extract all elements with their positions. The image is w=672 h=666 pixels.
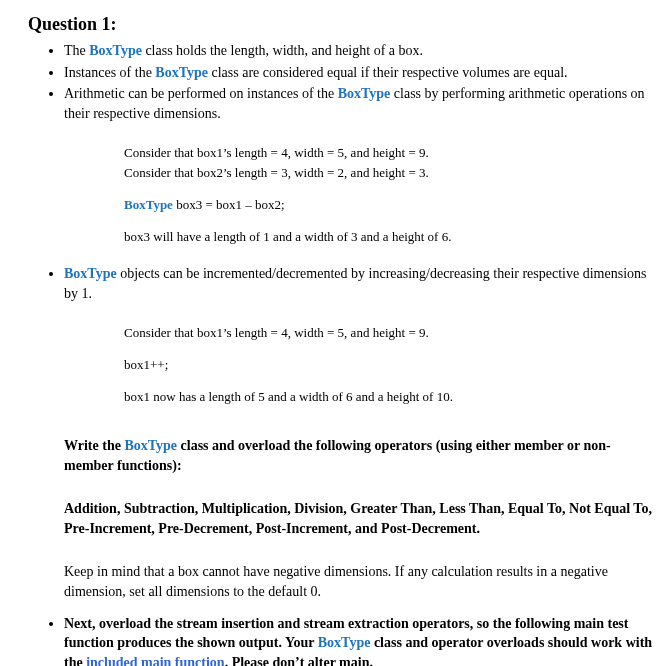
text: box3 = box1 – box2; [173,197,285,212]
question-title: Question 1: [28,12,654,37]
bullet-item: Next, overload the stream insertion and … [64,614,654,666]
boxtype-keyword: BoxType [155,65,208,80]
code-line: Consider that box2’s length = 3, width =… [124,164,654,182]
boxtype-keyword: BoxType [338,86,391,101]
code-line: box3 will have a length of 1 and a width… [124,228,654,246]
text: class are considered equal if their resp… [208,65,568,80]
bullet-item: BoxType objects can be incremented/decre… [64,264,654,611]
boxtype-keyword: BoxType [89,43,142,58]
text: class holds the length, width, and heigh… [142,43,423,58]
bullet-list: The BoxType class holds the length, widt… [64,41,654,666]
bullet-item: Arithmetic can be performed on instances… [64,84,654,262]
code-line: Consider that box1’s length = 4, width =… [124,144,654,162]
operators-paragraph: Addition, Subtraction, Multiplication, D… [64,499,654,538]
boxtype-keyword: BoxType [318,635,371,650]
text: Write the [64,438,124,453]
boxtype-keyword: BoxType [64,266,117,281]
write-paragraph: Write the BoxType class and overload the… [64,436,654,475]
bullet-item: Instances of the BoxType class are consi… [64,63,654,83]
code-line: BoxType box3 = box1 – box2; [124,196,654,214]
text: The [64,43,89,58]
text: Arithmetic can be performed on instances… [64,86,338,101]
text: Instances of the [64,65,155,80]
keepmind-paragraph: Keep in mind that a box cannot have nega… [64,562,654,601]
included-main-link[interactable]: included main function [86,655,224,666]
code-line: box1 now has a length of 5 and a width o… [124,388,654,406]
document-page: Question 1: The BoxType class holds the … [0,0,672,666]
boxtype-keyword: BoxType [124,438,177,453]
code-example-2: Consider that box1’s length = 4, width =… [124,324,654,407]
code-example-1: Consider that box1’s length = 4, width =… [124,144,654,247]
boxtype-keyword: BoxType [124,197,173,212]
bullet-item: The BoxType class holds the length, widt… [64,41,654,61]
code-line: box1++; [124,356,654,374]
text: objects can be incremented/decremented b… [64,266,646,301]
text: . Please don’t alter main. [225,655,373,666]
code-line: Consider that box1’s length = 4, width =… [124,324,654,342]
